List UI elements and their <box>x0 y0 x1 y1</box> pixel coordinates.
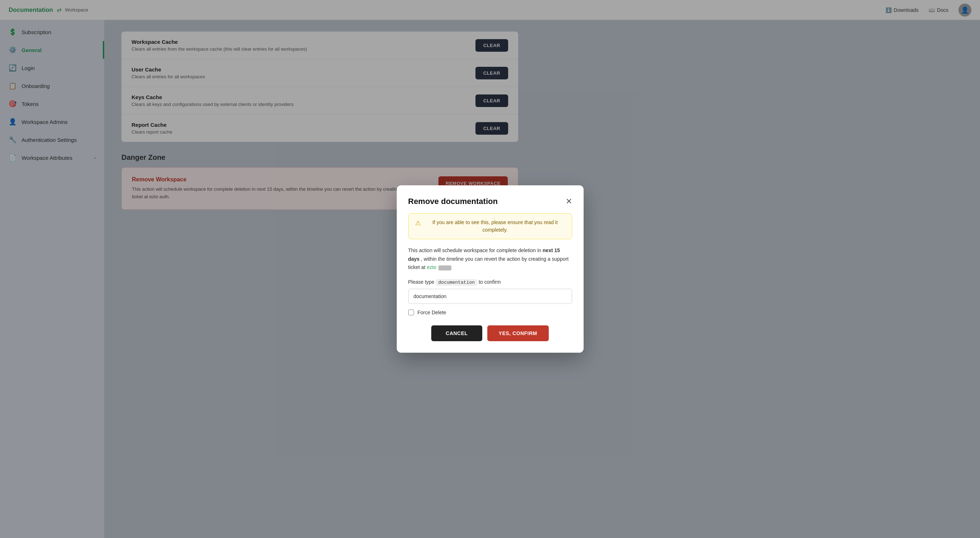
confirm-label-pre: Please type <box>408 279 434 285</box>
confirm-label: Please type documentation to confirm <box>408 279 572 285</box>
modal-overlay[interactable]: Remove documentation ✕ ⚠ If you are able… <box>0 0 980 538</box>
modal-footer: CANCEL YES, CONFIRM <box>408 325 572 341</box>
force-delete-checkbox[interactable] <box>408 309 414 315</box>
modal-header: Remove documentation ✕ <box>408 197 572 206</box>
force-delete-row: Force Delete <box>408 309 572 315</box>
confirm-code: documentation <box>436 279 477 286</box>
warning-icon: ⚠ <box>415 219 421 227</box>
remove-workspace-modal: Remove documentation ✕ ⚠ If you are able… <box>397 185 584 353</box>
confirm-label-post: to confirm <box>479 279 501 285</box>
yes-confirm-button[interactable]: YES, CONFIRM <box>487 325 549 341</box>
ezto-link[interactable]: ezto <box>427 264 436 270</box>
warning-box: ⚠ If you are able to see this, please en… <box>408 213 572 239</box>
modal-close-button[interactable]: ✕ <box>566 198 572 205</box>
cancel-button[interactable]: CANCEL <box>431 325 482 341</box>
confirm-input[interactable] <box>408 289 572 304</box>
body-text-1: This action will schedule workspace for … <box>408 248 541 253</box>
warning-text: If you are able to see this, please ensu… <box>425 219 565 234</box>
modal-body-text: This action will schedule workspace for … <box>408 246 572 272</box>
redacted-text <box>438 265 451 270</box>
force-delete-label[interactable]: Force Delete <box>418 309 446 315</box>
modal-title: Remove documentation <box>408 197 498 206</box>
